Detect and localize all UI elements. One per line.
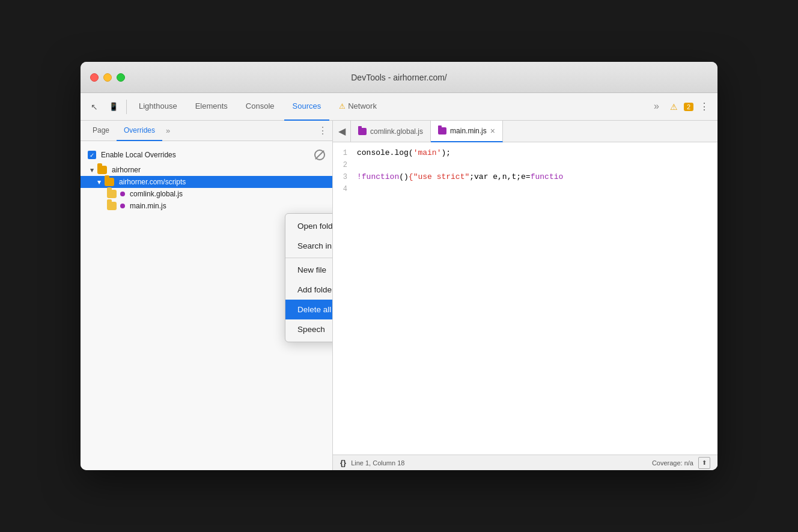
- line-number-2: 2: [333, 159, 357, 171]
- tab-comlink-editor[interactable]: comlink.global.js: [351, 121, 431, 142]
- devtools-menu-button[interactable]: ⋮: [696, 98, 713, 115]
- back-icon: ◀: [338, 125, 346, 137]
- code-line-3: 3 !function(){"use strict";var e,n,t;e=f…: [333, 171, 717, 183]
- drawer-icon: ⬆: [702, 459, 707, 466]
- line-content-3: !function(){"use strict";var e,n,t;e=fun…: [357, 171, 717, 183]
- minimize-button[interactable]: [103, 73, 112, 82]
- line-number-3: 3: [333, 171, 357, 183]
- close-button[interactable]: [90, 73, 99, 82]
- file-name-main: main.min.js: [130, 202, 166, 210]
- tab-elements[interactable]: Elements: [187, 93, 236, 121]
- subfolder-icon: [105, 178, 114, 186]
- sources-tabs-more[interactable]: »: [162, 126, 174, 135]
- context-menu: Open folder Search in folder New file Ad…: [285, 213, 332, 342]
- context-menu-add-folder[interactable]: Add folder to workspace: [285, 280, 332, 300]
- maximize-button[interactable]: [117, 73, 125, 82]
- devtools-window: DevTools - airhorner.com/ ↖ 📱 Lighthouse…: [81, 62, 717, 470]
- warning-count-badge: 2: [684, 103, 693, 111]
- network-warning-icon: ⚠: [339, 102, 346, 110]
- tree-root-folder[interactable]: ▶ airhorner: [81, 164, 332, 176]
- overrides-header: Enable Local Overrides: [81, 146, 332, 164]
- line-content-1: console.log('main');: [357, 147, 717, 159]
- tab-console[interactable]: Console: [237, 93, 283, 121]
- tab-sources[interactable]: Sources: [284, 93, 330, 121]
- toolbar-overflow: » ⚠ 2 ⋮: [645, 93, 713, 121]
- main-file-icon: [438, 127, 446, 135]
- context-menu-search-folder[interactable]: Search in folder: [285, 236, 332, 256]
- expand-icon: ▶: [97, 180, 102, 184]
- right-panel: ◀ comlink.global.js main.min.js × 1 con: [333, 121, 717, 470]
- folder-icon: [97, 166, 107, 174]
- device-icon: 📱: [109, 102, 118, 111]
- warning-icon: ⚠: [670, 102, 678, 112]
- code-line-1: 1 console.log('main');: [333, 147, 717, 159]
- coverage-status: Coverage: n/a: [652, 459, 693, 467]
- context-menu-open-folder[interactable]: Open folder: [285, 216, 332, 236]
- toolbar-divider: [126, 100, 127, 114]
- traffic-lights: [90, 73, 125, 82]
- tab-overrides[interactable]: Overrides: [117, 121, 162, 141]
- sources-subtabs: Page Overrides » ⋮: [81, 121, 332, 141]
- format-button[interactable]: {}: [340, 458, 346, 467]
- context-menu-delete-overrides[interactable]: Delete all overrides: [285, 300, 332, 319]
- cursor-tool-button[interactable]: ↖: [85, 98, 103, 116]
- root-folder-name: airhorner: [112, 166, 141, 174]
- sources-panel-menu[interactable]: ⋮: [318, 125, 327, 136]
- clear-overrides-button[interactable]: [314, 150, 325, 160]
- line-number-1: 1: [333, 147, 357, 159]
- close-tab-button[interactable]: ×: [490, 127, 495, 135]
- title-bar: DevTools - airhorner.com/: [81, 62, 717, 93]
- file-dot-icon: [120, 192, 125, 196]
- comlink-file-icon: [358, 128, 367, 135]
- main-area: Page Overrides » ⋮ Enable Local Override…: [81, 121, 717, 470]
- left-panel: Page Overrides » ⋮ Enable Local Override…: [81, 121, 333, 470]
- cursor-icon: ↖: [91, 102, 98, 112]
- tree-file-comlink[interactable]: comlink.global.js: [81, 188, 332, 200]
- file-name-comlink: comlink.global.js: [130, 190, 183, 198]
- enable-overrides-label: Enable Local Overrides: [101, 151, 176, 159]
- subfolder-name: airhorner.com/scripts: [119, 178, 186, 186]
- coverage-drawer-button[interactable]: ⬆: [698, 457, 710, 469]
- editor-tabs: ◀ comlink.global.js main.min.js ×: [333, 121, 717, 142]
- window-title: DevTools - airhorner.com/: [351, 73, 447, 82]
- file-tree: Enable Local Overrides ▶ airhorner ▶ air…: [81, 141, 332, 217]
- enable-overrides-checkbox[interactable]: [88, 151, 96, 159]
- tab-main-editor[interactable]: main.min.js ×: [431, 121, 503, 142]
- editor-back-button[interactable]: ◀: [333, 121, 351, 142]
- context-menu-speech[interactable]: Speech ▶: [285, 319, 332, 339]
- context-menu-new-file[interactable]: New file: [285, 260, 332, 280]
- code-editor[interactable]: 1 console.log('main'); 2 3 !function(){"…: [333, 142, 717, 455]
- tree-file-main[interactable]: main.min.js: [81, 200, 332, 212]
- context-menu-separator: [285, 258, 332, 258]
- cursor-position: Line 1, Column 18: [351, 459, 404, 467]
- line-number-4: 4: [333, 183, 357, 195]
- code-line-4: 4: [333, 183, 717, 195]
- expand-icon: ▶: [90, 168, 95, 172]
- line-content-2: [357, 159, 717, 171]
- line-content-4: [357, 183, 717, 195]
- status-bar: {} Line 1, Column 18 Coverage: n/a ⬆: [333, 455, 717, 470]
- tab-lighthouse[interactable]: Lighthouse: [130, 93, 186, 121]
- file-folder-icon: [107, 190, 117, 198]
- tab-network[interactable]: ⚠ Network: [330, 93, 385, 121]
- file-tree-wrapper: Enable Local Overrides ▶ airhorner ▶ air…: [81, 141, 332, 470]
- tab-more-button[interactable]: »: [645, 93, 668, 121]
- tree-subfolder[interactable]: ▶ airhorner.com/scripts: [81, 176, 332, 188]
- devtools-toolbar: ↖ 📱 Lighthouse Elements Console Sources …: [81, 93, 717, 121]
- device-toolbar-button[interactable]: 📱: [105, 98, 123, 116]
- file-folder-icon-2: [107, 202, 117, 210]
- code-line-2: 2: [333, 159, 717, 171]
- tab-page[interactable]: Page: [85, 121, 117, 141]
- file-dot-icon-2: [120, 204, 125, 208]
